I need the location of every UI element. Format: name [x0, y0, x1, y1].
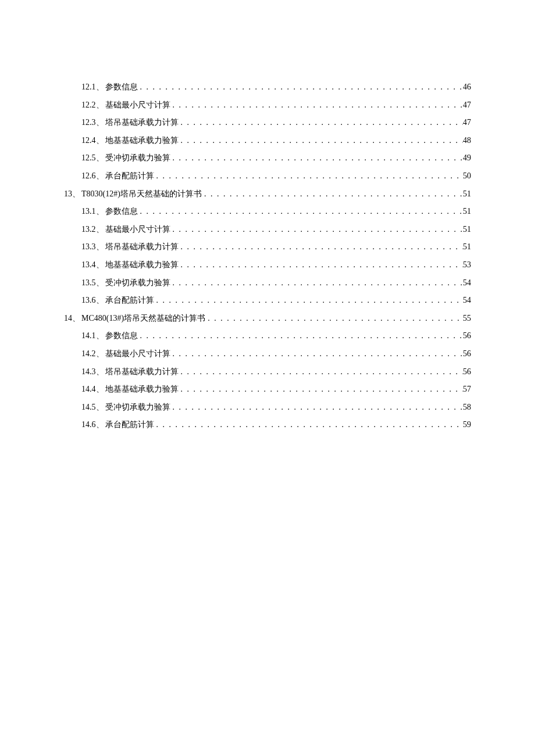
toc-container: 12.1、 参数信息 46 12.2、 基础最小尺寸计算 47 12.3、 塔吊…	[64, 81, 471, 431]
toc-title: 地基基础承载力验算	[105, 384, 179, 395]
toc-title: 基础最小尺寸计算	[105, 224, 170, 235]
toc-title: MC480(13#)塔吊天然基础的计算书	[81, 313, 205, 324]
toc-leader-dots	[170, 224, 463, 235]
toc-entry: 12.3、 塔吊基础承载力计算 47	[64, 117, 471, 128]
toc-separator: 、	[96, 206, 104, 217]
toc-separator: 、	[96, 259, 104, 271]
toc-page: 53	[463, 259, 471, 271]
toc-title: 受冲切承载力验算	[105, 152, 170, 164]
toc-number: 14.3	[81, 366, 96, 378]
toc-title: 地基基础承载力验算	[105, 259, 179, 271]
toc-separator: 、	[96, 99, 104, 111]
toc-leader-dots	[170, 152, 463, 164]
toc-entry: 13.2、 基础最小尺寸计算 51	[64, 224, 471, 235]
toc-entry: 14.1、 参数信息 56	[64, 330, 471, 342]
toc-title: 基础最小尺寸计算	[105, 99, 170, 111]
toc-leader-dots	[170, 348, 463, 360]
toc-title: 承台配筋计算	[105, 170, 154, 182]
toc-leader-dots	[202, 188, 463, 200]
toc-number: 13.3	[81, 241, 96, 253]
toc-entry: 12.2、 基础最小尺寸计算 47	[64, 99, 471, 111]
toc-title: 塔吊基础承载力计算	[105, 117, 179, 128]
toc-entry: 14.5、 受冲切承载力验算 58	[64, 402, 471, 413]
toc-page: 47	[463, 117, 471, 128]
toc-entry: 13.6、 承台配筋计算 54	[64, 295, 471, 306]
toc-leader-dots	[154, 170, 463, 182]
toc-entry: 12.6、 承台配筋计算 50	[64, 170, 471, 182]
toc-title: 承台配筋计算	[105, 419, 154, 431]
toc-entry: 14.3、 塔吊基础承载力计算 56	[64, 366, 471, 378]
toc-separator: 、	[72, 188, 80, 200]
toc-page: 49	[463, 152, 471, 164]
toc-title: 受冲切承载力验算	[105, 402, 170, 413]
toc-separator: 、	[96, 419, 104, 431]
toc-page: 56	[463, 366, 471, 378]
toc-number: 12.4	[81, 135, 96, 146]
toc-number: 14.2	[81, 348, 96, 360]
toc-page: 47	[463, 99, 471, 111]
toc-number: 14.5	[81, 402, 96, 413]
toc-separator: 、	[96, 224, 104, 235]
toc-page: 51	[463, 188, 471, 200]
toc-title: T8030(12#)塔吊天然基础的计算书	[81, 188, 202, 200]
toc-page: 59	[463, 419, 471, 431]
toc-leader-dots	[170, 277, 463, 289]
toc-entry: 14、 MC480(13#)塔吊天然基础的计算书 55	[64, 313, 471, 324]
toc-title: 参数信息	[105, 81, 138, 93]
toc-page: 56	[463, 330, 471, 342]
toc-number: 14	[64, 313, 72, 324]
toc-page: 54	[463, 295, 471, 306]
toc-separator: 、	[96, 295, 104, 306]
toc-separator: 、	[96, 348, 104, 360]
toc-title: 参数信息	[105, 330, 138, 342]
toc-title: 塔吊基础承载力计算	[105, 241, 179, 253]
toc-separator: 、	[96, 330, 104, 342]
toc-page: 50	[463, 170, 471, 182]
toc-leader-dots	[179, 259, 463, 271]
toc-leader-dots	[170, 402, 463, 413]
toc-page: 48	[463, 135, 471, 146]
toc-number: 14.4	[81, 384, 96, 395]
toc-number: 13.1	[81, 206, 96, 217]
toc-entry: 13.5、 受冲切承载力验算 54	[64, 277, 471, 289]
toc-entry: 13.1、 参数信息 51	[64, 206, 471, 217]
toc-separator: 、	[96, 152, 104, 164]
toc-leader-dots	[138, 206, 463, 217]
toc-page: 51	[463, 224, 471, 235]
toc-number: 12.5	[81, 152, 96, 164]
toc-separator: 、	[96, 277, 104, 289]
toc-separator: 、	[72, 313, 80, 324]
toc-entry: 12.1、 参数信息 46	[64, 81, 471, 93]
toc-number: 12.3	[81, 117, 96, 128]
toc-title: 承台配筋计算	[105, 295, 154, 306]
toc-separator: 、	[96, 135, 104, 146]
toc-leader-dots	[179, 117, 463, 128]
toc-separator: 、	[96, 81, 104, 93]
toc-number: 14.6	[81, 419, 96, 431]
toc-leader-dots	[179, 241, 463, 253]
toc-entry: 13、 T8030(12#)塔吊天然基础的计算书 51	[64, 188, 471, 200]
toc-number: 12.6	[81, 170, 96, 182]
toc-number: 13.6	[81, 295, 96, 306]
toc-number: 13.2	[81, 224, 96, 235]
toc-page: 46	[463, 81, 471, 93]
toc-title: 地基基础承载力验算	[105, 135, 179, 146]
toc-number: 14.1	[81, 330, 96, 342]
toc-separator: 、	[96, 241, 104, 253]
toc-leader-dots	[154, 419, 463, 431]
toc-entry: 14.4、 地基基础承载力验算 57	[64, 384, 471, 395]
toc-page: 57	[463, 384, 471, 395]
toc-entry: 14.6、 承台配筋计算 59	[64, 419, 471, 431]
toc-entry: 12.5、 受冲切承载力验算 49	[64, 152, 471, 164]
toc-separator: 、	[96, 117, 104, 128]
toc-page: 51	[463, 206, 471, 217]
toc-leader-dots	[138, 330, 463, 342]
toc-entry: 13.4、 地基基础承载力验算 53	[64, 259, 471, 271]
toc-page: 55	[463, 313, 471, 324]
toc-separator: 、	[96, 384, 104, 395]
toc-entry: 14.2、 基础最小尺寸计算 56	[64, 348, 471, 360]
toc-leader-dots	[205, 313, 463, 324]
toc-page: 56	[463, 348, 471, 360]
toc-leader-dots	[138, 81, 463, 93]
toc-number: 13.4	[81, 259, 96, 271]
